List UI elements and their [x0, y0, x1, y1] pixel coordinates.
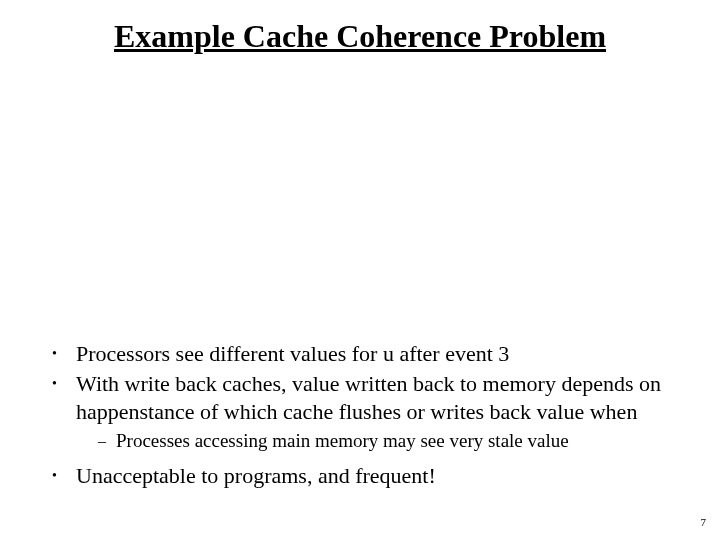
- bullet-marker: •: [52, 462, 76, 490]
- bullet-marker: •: [52, 370, 76, 398]
- bullet-text: Processors see different values for u af…: [76, 340, 690, 368]
- page-number: 7: [701, 516, 707, 528]
- slide-body: • Processors see different values for u …: [52, 340, 690, 492]
- slide-title: Example Cache Coherence Problem: [0, 18, 720, 55]
- sub-bullet-item: – Processes accessing main memory may se…: [98, 429, 690, 454]
- bullet-item: • Unacceptable to programs, and frequent…: [52, 462, 690, 490]
- sub-bullet-text: Processes accessing main memory may see …: [116, 429, 690, 454]
- bullet-item: • Processors see different values for u …: [52, 340, 690, 368]
- bullet-text: With write back caches, value written ba…: [76, 370, 690, 425]
- bullet-text: Unacceptable to programs, and frequent!: [76, 462, 690, 490]
- slide: Example Cache Coherence Problem • Proces…: [0, 0, 720, 540]
- bullet-item: • With write back caches, value written …: [52, 370, 690, 425]
- dash-marker: –: [98, 429, 116, 453]
- bullet-marker: •: [52, 340, 76, 368]
